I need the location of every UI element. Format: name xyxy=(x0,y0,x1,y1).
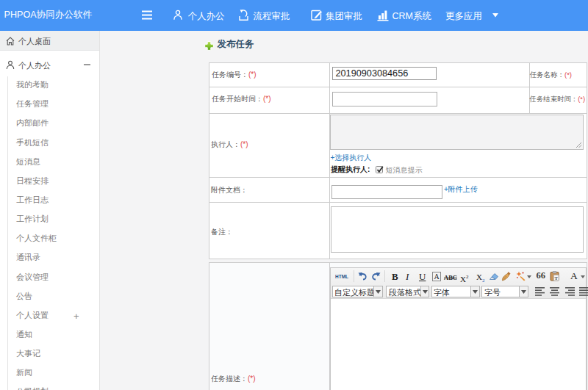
svg-text:T: T xyxy=(555,275,559,281)
